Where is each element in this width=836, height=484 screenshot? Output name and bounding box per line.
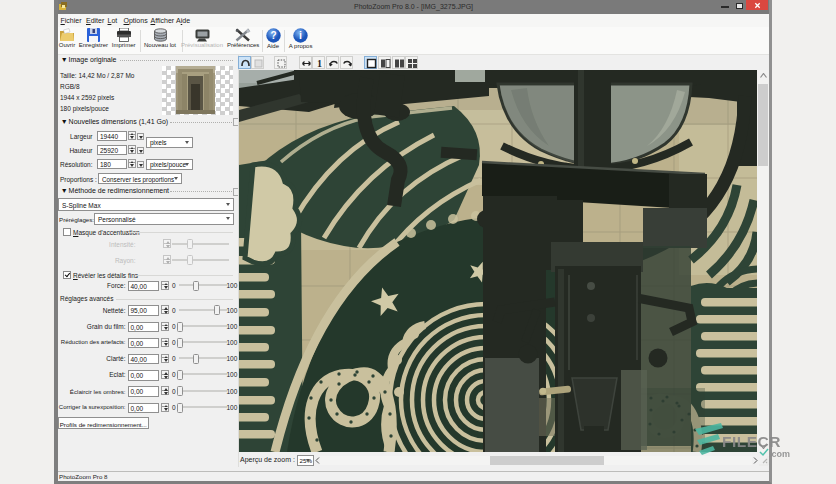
svg-text:.com: .com	[769, 449, 790, 459]
svg-text:?: ?	[270, 30, 276, 41]
svg-text:FILECR: FILECR	[722, 433, 781, 450]
svg-text:1: 1	[317, 58, 322, 69]
svg-text:i: i	[299, 29, 302, 41]
